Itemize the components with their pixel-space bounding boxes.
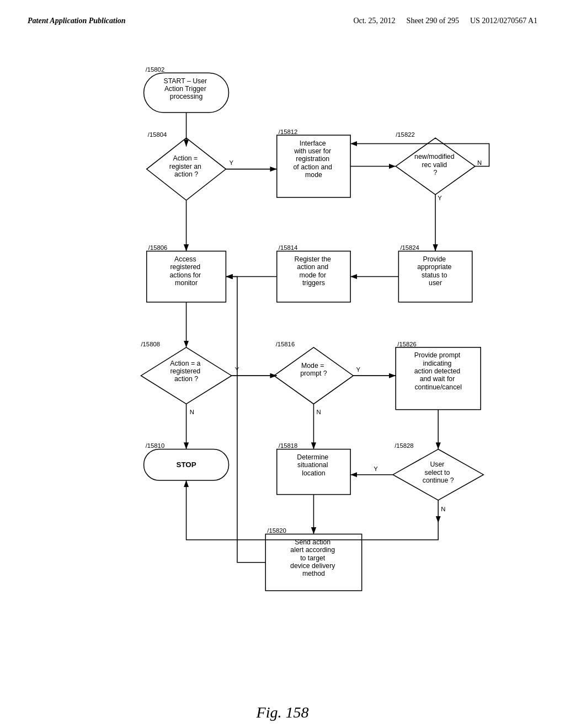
label-n-15808: N xyxy=(190,409,194,415)
sheet-info: Sheet 290 of 295 xyxy=(407,17,459,25)
ref-15824: /15824 xyxy=(400,244,419,251)
ref-15826: /15826 xyxy=(397,341,416,347)
label-n-15828: N xyxy=(441,506,445,512)
arrow-n-to-stop xyxy=(186,480,439,540)
node-15826-text: Provide prompt indicating action detecte… xyxy=(414,351,462,390)
ref-15814: /15814 xyxy=(279,244,297,251)
ref-15802: /15802 xyxy=(146,66,164,73)
page-header: Patent Application Publication Oct. 25, … xyxy=(28,17,537,25)
label-y-15804: Y xyxy=(230,159,234,166)
label-y-15816: Y xyxy=(356,366,360,373)
node-15814-text: Register the action and mode for trigger… xyxy=(295,255,333,287)
arrow-15820-15806 xyxy=(226,277,265,563)
node-15816-text: Mode = prompt ? xyxy=(300,362,327,377)
ref-15806: /15806 xyxy=(148,244,167,251)
label-y-15822: Y xyxy=(438,195,442,201)
node-15820-text: Send action alert according to target de… xyxy=(290,538,337,577)
publication-date: Oct. 25, 2012 xyxy=(353,17,395,25)
figure-label: Fig. 158 xyxy=(28,704,537,721)
ref-15820: /15820 xyxy=(267,527,286,534)
ref-15808: /15808 xyxy=(141,341,159,347)
diagram-area: START – User Action Trigger processing /… xyxy=(28,47,537,698)
node-15806-text: Access registered actions for monitor xyxy=(169,255,202,287)
label-y-15828: Y xyxy=(374,465,378,472)
header-meta: Oct. 25, 2012 Sheet 290 of 295 US 2012/0… xyxy=(353,17,537,25)
ref-15816: /15816 xyxy=(276,341,295,347)
page: Patent Application Publication Oct. 25, … xyxy=(0,0,565,728)
patent-number: US 2012/0270567 A1 xyxy=(470,17,537,25)
ref-15818: /15818 xyxy=(279,442,297,449)
node-15822-text: new/modified rec valid ? xyxy=(414,153,456,176)
flowchart-svg: START – User Action Trigger processing /… xyxy=(28,47,537,698)
node-15810-text: STOP xyxy=(177,461,196,469)
node-15812-text: Interface with user for registration of … xyxy=(294,140,334,179)
node-15824-text: Provide appropriate status to user xyxy=(417,255,454,287)
ref-15822: /15822 xyxy=(396,131,414,138)
ref-15804: /15804 xyxy=(148,131,167,138)
node-15828-text: User select to continue ? xyxy=(423,461,454,484)
ref-15812: /15812 xyxy=(279,129,297,135)
node-15804-text: Action = register an action ? xyxy=(169,154,204,178)
ref-15810: /15810 xyxy=(146,442,164,449)
ref-15828: /15828 xyxy=(395,442,413,449)
publication-label: Patent Application Publication xyxy=(28,17,126,25)
node-15802-text: START – User Action Trigger processing xyxy=(164,77,209,101)
label-n-15822: N xyxy=(477,159,482,166)
label-n-15816: N xyxy=(317,409,321,415)
node-15808-text: Action = a registered action ? xyxy=(170,360,202,383)
node-15818-text: Determine situational location xyxy=(297,453,330,477)
